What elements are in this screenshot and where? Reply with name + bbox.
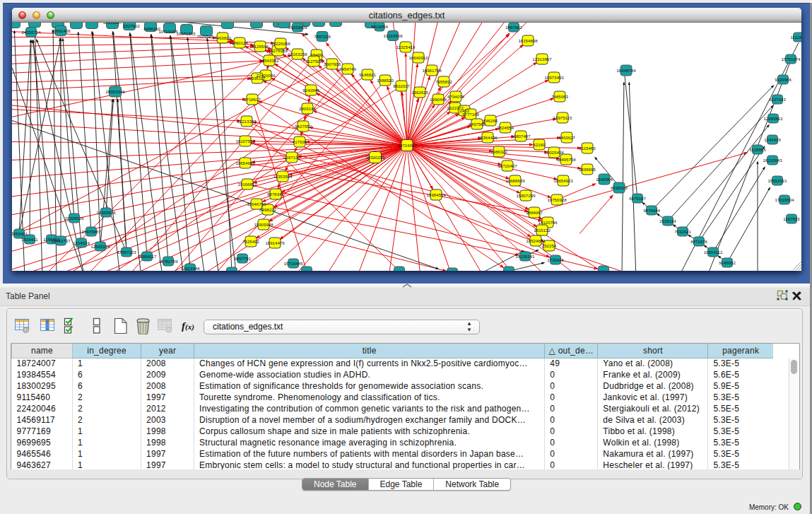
svg-text:62160: 62160	[534, 142, 546, 147]
svg-text:19654985: 19654985	[235, 160, 255, 165]
svg-text:1453001: 1453001	[12, 231, 28, 236]
svg-text:16671365: 16671365	[176, 31, 196, 36]
svg-text:252254: 252254	[542, 243, 557, 248]
svg-text:19543362: 19543362	[259, 58, 279, 63]
svg-text:12213383: 12213383	[237, 119, 257, 124]
svg-text:15276059: 15276059	[268, 48, 288, 53]
svg-text:16914479: 16914479	[265, 240, 285, 245]
svg-text:1733426: 1733426	[547, 257, 564, 262]
svg-text:10688609: 10688609	[505, 178, 525, 183]
svg-text:11325419: 11325419	[396, 45, 416, 49]
svg-text:7632621: 7632621	[674, 229, 691, 234]
svg-text:10025438: 10025438	[544, 150, 564, 155]
svg-text:7857224: 7857224	[314, 34, 331, 39]
svg-text:7955812: 7955812	[435, 79, 452, 84]
svg-text:2803144: 2803144	[299, 106, 316, 111]
svg-text:2967608: 2967608	[324, 62, 341, 66]
svg-text:7986322: 7986322	[490, 149, 507, 154]
svg-text:15909948: 15909948	[254, 222, 273, 227]
svg-text:15751074: 15751074	[781, 57, 801, 62]
svg-text:19384554: 19384554	[426, 192, 446, 197]
svg-text:1362615: 1362615	[411, 90, 428, 95]
svg-text:8471676: 8471676	[690, 239, 707, 244]
svg-text:13226058: 13226058	[271, 41, 290, 46]
svg-text:9242843: 9242843	[302, 88, 319, 93]
svg-text:19218506: 19218506	[383, 33, 403, 38]
svg-text:20364436: 20364436	[478, 135, 498, 140]
svg-text:7515545: 7515545	[196, 34, 213, 39]
svg-text:7625402: 7625402	[242, 239, 259, 244]
svg-text:17016504: 17016504	[775, 197, 794, 202]
svg-text:1990448: 1990448	[430, 97, 447, 102]
svg-text:17957223: 17957223	[117, 250, 136, 255]
svg-text:10046798: 10046798	[247, 201, 266, 206]
svg-text:9884067: 9884067	[526, 210, 543, 215]
svg-text:8454749: 8454749	[339, 66, 356, 71]
svg-text:9129544: 9129544	[252, 44, 269, 49]
svg-text:14120746: 14120746	[538, 220, 558, 225]
svg-text:20691406: 20691406	[51, 28, 71, 33]
svg-text:12505135: 12505135	[90, 244, 110, 249]
svg-text:10975887: 10975887	[81, 229, 101, 234]
svg-text:12213967: 12213967	[532, 57, 552, 62]
svg-text:15720407: 15720407	[498, 163, 517, 168]
svg-text:15692921: 15692921	[767, 178, 787, 183]
svg-text:16210643: 16210643	[763, 158, 782, 163]
svg-text:16033809: 16033809	[288, 25, 307, 30]
svg-text:19756928: 19756928	[547, 197, 567, 202]
svg-text:9146821: 9146821	[359, 72, 376, 77]
svg-text:18163238: 18163238	[288, 52, 307, 57]
svg-text:6479197: 6479197	[629, 196, 646, 201]
svg-text:18300295: 18300295	[365, 155, 385, 160]
svg-text:1112844: 1112844	[791, 35, 801, 40]
svg-text:10807487: 10807487	[511, 134, 531, 139]
svg-text:9427552: 9427552	[295, 124, 312, 129]
svg-text:1588520: 1588520	[377, 78, 394, 83]
svg-text:16782759: 16782759	[158, 259, 178, 264]
svg-text:1815132: 1815132	[534, 228, 551, 233]
svg-text:2718617: 2718617	[244, 97, 261, 102]
svg-text:9227343: 9227343	[769, 97, 786, 102]
svg-text:16648784: 16648784	[616, 68, 636, 73]
svg-text:15466: 15466	[311, 52, 324, 57]
svg-text:19654923: 19654923	[553, 178, 573, 183]
svg-text:9457791: 9457791	[234, 256, 251, 261]
svg-text:8938928: 8938928	[611, 185, 628, 190]
svg-text:17359926: 17359926	[96, 210, 116, 215]
svg-text:9699695: 9699695	[579, 167, 596, 172]
svg-text:1167533: 1167533	[783, 216, 800, 221]
svg-text:10719185: 10719185	[158, 29, 178, 34]
svg-text:9777169: 9777169	[462, 112, 479, 117]
svg-text:3919411: 3919411	[21, 237, 38, 242]
svg-text:3824554: 3824554	[497, 125, 514, 130]
svg-text:8498222: 8498222	[259, 207, 276, 212]
svg-text:8813054: 8813054	[371, 24, 388, 29]
svg-text:12942737: 12942737	[51, 238, 71, 243]
svg-text:16154808: 16154808	[518, 38, 538, 43]
svg-text:19166852: 19166852	[237, 182, 257, 187]
svg-text:18640910: 18640910	[408, 55, 428, 60]
svg-text:2887682: 2887682	[505, 25, 522, 30]
svg-text:9936117: 9936117	[249, 76, 266, 81]
svg-text:18724007: 18724007	[397, 143, 417, 148]
svg-text:10653267: 10653267	[102, 23, 122, 25]
svg-text:15807299: 15807299	[516, 193, 536, 198]
svg-text:9127508: 9127508	[305, 59, 322, 64]
svg-text:18495758: 18495758	[556, 157, 576, 162]
svg-text:16107553: 16107553	[235, 139, 255, 144]
svg-text:16961758: 16961758	[422, 68, 442, 73]
svg-text:3267130: 3267130	[283, 155, 300, 160]
svg-text:28053346: 28053346	[105, 89, 125, 94]
svg-text:746266: 746266	[483, 118, 498, 123]
svg-text:8822037: 8822037	[393, 83, 410, 88]
svg-text:1527602: 1527602	[123, 23, 140, 28]
svg-text:24055724: 24055724	[21, 30, 41, 35]
svg-text:3215955: 3215955	[749, 147, 766, 152]
svg-text:1640954: 1640954	[596, 177, 613, 182]
svg-text:10654112: 10654112	[704, 250, 723, 255]
svg-text:18524851: 18524851	[526, 238, 546, 243]
svg-text:9860128: 9860128	[231, 40, 248, 45]
svg-text:14136141: 14136141	[515, 254, 535, 259]
svg-text:20206526: 20206526	[64, 216, 84, 221]
svg-text:9463627: 9463627	[558, 135, 575, 140]
